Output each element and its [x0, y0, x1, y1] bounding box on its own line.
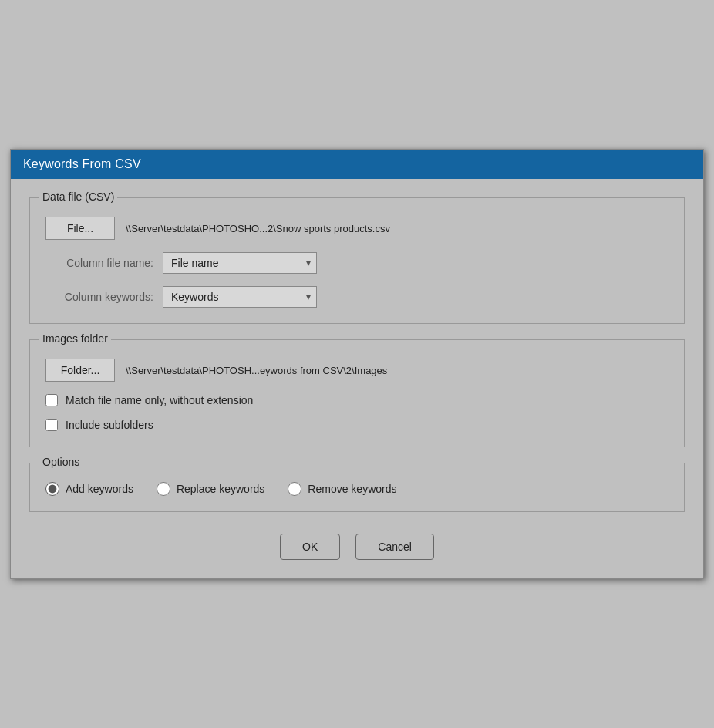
images-folder-group-content: Folder... \\Server\testdata\PHOTOSH...ey…: [45, 359, 669, 431]
folder-button[interactable]: Folder...: [45, 359, 115, 382]
title-bar: Keywords From CSV: [11, 150, 703, 179]
include-subfolders-label[interactable]: Include subfolders: [66, 419, 153, 431]
images-folder-group: Images folder Folder... \\Server\testdat…: [29, 339, 685, 447]
column-keywords-label: Column keywords:: [45, 291, 153, 303]
button-row: OK Cancel: [29, 527, 685, 563]
images-folder-group-label: Images folder: [39, 332, 111, 345]
csv-file-path: \\Server\testdata\PHOTOSHO...2\Snow spor…: [126, 223, 390, 234]
data-file-group-label: Data file (CSV): [39, 190, 117, 203]
match-file-name-label[interactable]: Match file name only, without extension: [66, 394, 253, 406]
replace-keywords-radio[interactable]: [157, 482, 170, 496]
remove-keywords-label[interactable]: Remove keywords: [308, 483, 396, 495]
cancel-button[interactable]: Cancel: [355, 534, 434, 560]
column-keywords-dropdown-wrapper: Keywords Tags Labels: [163, 286, 317, 308]
dialog-body: Data file (CSV) File... \\Server\testdat…: [11, 179, 703, 578]
column-file-name-dropdown-wrapper: File name Title Description: [163, 252, 317, 274]
remove-keywords-radio[interactable]: [288, 482, 301, 496]
folder-row: Folder... \\Server\testdata\PHOTOSH...ey…: [45, 359, 669, 382]
include-subfolders-checkbox[interactable]: [45, 419, 58, 431]
ok-button[interactable]: OK: [280, 534, 340, 560]
add-keywords-radio[interactable]: [45, 482, 59, 496]
dialog-title: Keywords From CSV: [23, 157, 141, 170]
column-file-name-dropdown[interactable]: File name Title Description: [163, 252, 317, 274]
remove-keywords-row: Remove keywords: [288, 482, 396, 496]
column-keywords-row: Column keywords: Keywords Tags Labels: [45, 286, 669, 308]
replace-keywords-row: Replace keywords: [157, 482, 264, 496]
include-subfolders-row: Include subfolders: [45, 419, 669, 431]
column-keywords-dropdown[interactable]: Keywords Tags Labels: [163, 286, 317, 308]
add-keywords-label[interactable]: Add keywords: [66, 483, 133, 495]
file-button[interactable]: File...: [45, 217, 115, 240]
replace-keywords-label[interactable]: Replace keywords: [177, 483, 264, 495]
column-file-name-label: Column file name:: [45, 257, 153, 269]
folder-path: \\Server\testdata\PHOTOSH...eywords from…: [126, 365, 387, 376]
options-group-label: Options: [39, 456, 83, 468]
column-file-name-row: Column file name: File name Title Descri…: [45, 252, 669, 274]
match-file-name-checkbox[interactable]: [45, 394, 58, 406]
file-row: File... \\Server\testdata\PHOTOSHO...2\S…: [45, 217, 669, 240]
dialog-window: Keywords From CSV Data file (CSV) File..…: [10, 149, 704, 579]
options-group: Options Add keywords Replace keywords Re…: [29, 463, 685, 512]
data-file-group-content: File... \\Server\testdata\PHOTOSHO...2\S…: [45, 217, 669, 308]
radio-group: Add keywords Replace keywords Remove key…: [45, 482, 669, 496]
add-keywords-row: Add keywords: [45, 482, 133, 496]
data-file-group: Data file (CSV) File... \\Server\testdat…: [29, 197, 685, 324]
match-file-name-row: Match file name only, without extension: [45, 394, 669, 406]
